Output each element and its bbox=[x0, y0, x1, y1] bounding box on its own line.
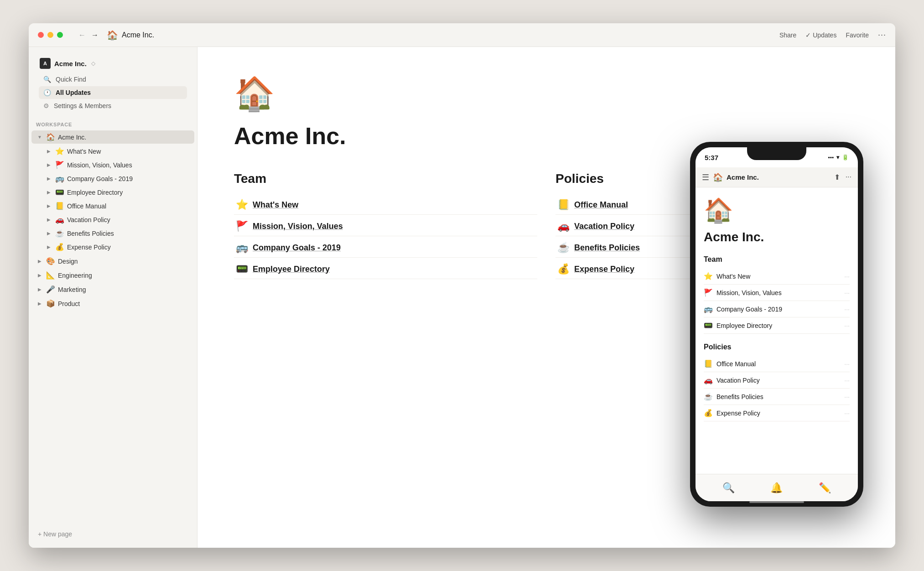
phone-item-employee[interactable]: 📟 Employee Directory ··· bbox=[704, 317, 850, 334]
whats-new-emoji: ⭐ bbox=[55, 147, 64, 156]
share-button[interactable]: Share bbox=[779, 31, 796, 39]
employee-emoji: 📟 bbox=[55, 188, 64, 197]
more-menu-button[interactable]: ··· bbox=[878, 30, 886, 40]
sidebar-item-benefits[interactable]: ▶ ☕ Benefits Policies bbox=[41, 227, 194, 240]
phone-expense-text: Expense Policy bbox=[716, 410, 841, 417]
phone-hamburger-icon[interactable]: ☰ bbox=[702, 172, 709, 182]
sidebar-item-product[interactable]: ▶ 📦 Product bbox=[31, 297, 194, 310]
new-page-button[interactable]: + New page bbox=[36, 528, 190, 540]
tree-toggle-engineering[interactable]: ▶ bbox=[36, 272, 43, 279]
page-link-mission[interactable]: 🚩 Mission, Vision, Values bbox=[234, 217, 537, 236]
wifi-icon: ▾ bbox=[836, 154, 839, 161]
tree-toggle-whats-new[interactable]: ▶ bbox=[45, 148, 52, 155]
phone-item-whats-new[interactable]: ⭐ What's New ··· bbox=[704, 268, 850, 285]
phone-item-office[interactable]: 📒 Office Manual ··· bbox=[704, 356, 850, 372]
page-link-goals-text: Company Goals - 2019 bbox=[253, 243, 341, 253]
page-link-office-text: Office Manual bbox=[574, 200, 628, 210]
phone-more-icon[interactable]: ··· bbox=[846, 173, 851, 182]
favorite-button[interactable]: Favorite bbox=[846, 31, 869, 39]
tree-toggle-benefits[interactable]: ▶ bbox=[45, 230, 52, 237]
benefits-label: Benefits Policies bbox=[67, 230, 114, 237]
settings-item[interactable]: ⚙ Settings & Members bbox=[39, 99, 187, 112]
engineering-label: Engineering bbox=[58, 272, 92, 279]
page-link-employee[interactable]: 📟 Employee Directory bbox=[234, 260, 537, 279]
minimize-button[interactable] bbox=[47, 32, 53, 38]
mission-emoji: 🚩 bbox=[55, 161, 64, 169]
battery-icon: 🔋 bbox=[842, 154, 849, 161]
phone-item-mission[interactable]: 🚩 Mission, Vision, Values ··· bbox=[704, 285, 850, 301]
sidebar-item-mission[interactable]: ▶ 🚩 Mission, Vision, Values bbox=[41, 158, 194, 171]
page-link-goals-emoji: 🚌 bbox=[236, 242, 248, 254]
team-section-title: Team bbox=[234, 171, 537, 186]
page-link-whats-new[interactable]: ⭐ What's New bbox=[234, 195, 537, 215]
page-link-expense-text: Expense Policy bbox=[574, 265, 634, 274]
page-link-goals[interactable]: 🚌 Company Goals - 2019 bbox=[234, 238, 537, 258]
phone-item-vacation[interactable]: 🚗 Vacation Policy ··· bbox=[704, 372, 850, 389]
sidebar-item-whats-new[interactable]: ▶ ⭐ What's New bbox=[41, 145, 194, 158]
tree-toggle-vacation[interactable]: ▶ bbox=[45, 216, 52, 223]
employee-label: Employee Directory bbox=[67, 189, 123, 196]
tree-toggle-goals[interactable]: ▶ bbox=[45, 175, 52, 182]
forward-arrow[interactable]: → bbox=[90, 30, 99, 40]
phone-main-title: Acme Inc. bbox=[704, 230, 850, 244]
clock-icon: 🕐 bbox=[43, 89, 51, 96]
fullscreen-button[interactable] bbox=[57, 32, 63, 38]
office-emoji: 📒 bbox=[55, 202, 64, 210]
sidebar-item-design[interactable]: ▶ 🎨 Design bbox=[31, 254, 194, 268]
close-button[interactable] bbox=[38, 32, 44, 38]
settings-label: Settings & Members bbox=[54, 102, 111, 109]
page-hero-emoji: 🏠 bbox=[234, 74, 859, 113]
phone-goals-dots: ··· bbox=[844, 306, 850, 313]
tree-toggle-product[interactable]: ▶ bbox=[36, 300, 43, 307]
sidebar-item-office-manual[interactable]: ▶ 📒 Office Manual bbox=[41, 199, 194, 213]
tree-toggle-employee[interactable]: ▶ bbox=[45, 189, 52, 196]
sidebar-item-marketing[interactable]: ▶ 🎤 Marketing bbox=[31, 283, 194, 296]
page-link-employee-emoji: 📟 bbox=[236, 263, 248, 275]
phone-nav-action-icons: ⬆ ··· bbox=[834, 173, 851, 182]
phone-item-goals[interactable]: 🚌 Company Goals - 2019 ··· bbox=[704, 301, 850, 317]
phone-outer: 5:37 ▪▪▪ ▾ 🔋 ☰ 🏠 Acme Inc. ⬆ ··· bbox=[690, 142, 863, 507]
all-updates-item[interactable]: 🕐 All Updates bbox=[39, 86, 187, 99]
sidebar-item-vacation[interactable]: ▶ 🚗 Vacation Policy bbox=[41, 213, 194, 226]
phone-vacation-dots: ··· bbox=[844, 377, 850, 384]
phone-mission-text: Mission, Vision, Values bbox=[716, 289, 841, 296]
engineering-emoji: 📐 bbox=[46, 271, 55, 280]
sidebar-item-expense[interactable]: ▶ 💰 Expense Policy bbox=[41, 240, 194, 254]
titlebar-page-title: Acme Inc. bbox=[122, 31, 154, 39]
updates-button[interactable]: ✓ Updates bbox=[805, 31, 836, 39]
phone-search-icon[interactable]: 🔍 bbox=[722, 482, 735, 494]
vacation-emoji: 🚗 bbox=[55, 215, 64, 224]
page-link-vacation-emoji: 🚗 bbox=[557, 220, 570, 232]
sidebar-item-acme[interactable]: ▼ 🏠 Acme Inc. bbox=[31, 130, 194, 144]
search-icon: 🔍 bbox=[43, 76, 51, 83]
phone-employee-emoji: 📟 bbox=[704, 321, 713, 330]
tree-toggle-design[interactable]: ▶ bbox=[36, 258, 43, 265]
sidebar-item-employee-directory[interactable]: ▶ 📟 Employee Directory bbox=[41, 186, 194, 199]
phone-benefits-dots: ··· bbox=[844, 393, 850, 400]
tree-toggle-office[interactable]: ▶ bbox=[45, 202, 52, 210]
sidebar-top: A Acme Inc. ◇ 🔍 Quick Find 🕐 All Updates… bbox=[29, 47, 197, 116]
page-link-mission-text: Mission, Vision, Values bbox=[253, 222, 343, 231]
phone-share-icon[interactable]: ⬆ bbox=[834, 173, 840, 182]
tree-toggle-expense[interactable]: ▶ bbox=[45, 244, 52, 251]
page-link-whats-new-emoji: ⭐ bbox=[236, 199, 248, 211]
phone-employee-text: Employee Directory bbox=[716, 322, 841, 329]
tree-toggle-marketing[interactable]: ▶ bbox=[36, 286, 43, 293]
phone-compose-icon[interactable]: ✏️ bbox=[819, 482, 831, 494]
tree-toggle-mission[interactable]: ▶ bbox=[45, 161, 52, 169]
team-links: ⭐ What's New 🚩 Mission, Vision, Values 🚌… bbox=[234, 195, 537, 279]
tree-toggle-acme[interactable]: ▼ bbox=[36, 134, 43, 141]
phone-bell-icon[interactable]: 🔔 bbox=[770, 482, 783, 494]
sidebar-item-goals[interactable]: ▶ 🚌 Company Goals - 2019 bbox=[41, 172, 194, 185]
quick-find-item[interactable]: 🔍 Quick Find bbox=[39, 73, 187, 86]
back-arrow[interactable]: ← bbox=[78, 30, 87, 40]
phone-notch bbox=[747, 147, 806, 160]
workspace-header[interactable]: A Acme Inc. ◇ bbox=[36, 54, 190, 73]
phone-item-expense[interactable]: 💰 Expense Policy ··· bbox=[704, 405, 850, 421]
phone-item-benefits[interactable]: ☕ Benefits Policies ··· bbox=[704, 389, 850, 405]
sidebar-item-engineering[interactable]: ▶ 📐 Engineering bbox=[31, 269, 194, 282]
title-bar: ← → 🏠 Acme Inc. Share ✓ Updates Favorite… bbox=[29, 23, 895, 47]
phone-office-emoji: 📒 bbox=[704, 359, 713, 368]
expense-emoji: 💰 bbox=[55, 243, 64, 251]
title-bar-right: Share ✓ Updates Favorite ··· bbox=[779, 30, 886, 40]
